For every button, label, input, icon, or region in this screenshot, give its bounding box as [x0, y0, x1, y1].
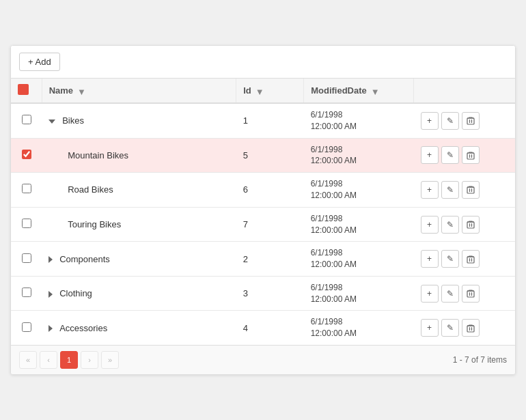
row-actions-cell: +✎: [414, 207, 516, 242]
row-add-button[interactable]: +: [421, 216, 439, 234]
add-button[interactable]: + Add: [19, 53, 60, 71]
header-modified-label: ModifiedDate: [311, 85, 367, 96]
table-body: Bikes16/1/199812:00:00 AM+✎Mountain Bike…: [11, 103, 515, 345]
row-id-cell: 7: [236, 207, 304, 242]
row-name-text: Mountain Bikes: [68, 150, 128, 160]
row-name-cell: Bikes: [42, 103, 236, 138]
page-controls: « ‹ 1 › »: [19, 351, 119, 369]
row-edit-button[interactable]: ✎: [441, 285, 459, 303]
row-edit-button[interactable]: ✎: [441, 250, 459, 268]
table-row: Touring Bikes76/1/199812:00:00 AM+✎: [11, 207, 515, 242]
row-name-cell: Components: [42, 242, 236, 277]
data-table: Name ▼ Id ▼ ModifiedDate ▼: [11, 79, 515, 345]
row-edit-button[interactable]: ✎: [441, 181, 459, 199]
row-modified-cell: 6/1/199812:00:00 AM: [304, 242, 414, 277]
action-buttons: +✎: [421, 285, 509, 303]
row-edit-button[interactable]: ✎: [441, 146, 459, 164]
table-row: Mountain Bikes56/1/199812:00:00 AM+✎: [11, 138, 515, 173]
svg-rect-1: [467, 153, 474, 159]
row-delete-button[interactable]: [462, 285, 480, 303]
row-checkbox-cell: [11, 207, 42, 242]
svg-rect-0: [467, 118, 474, 124]
row-edit-button[interactable]: ✎: [441, 112, 459, 130]
table-row: Accessories46/1/199812:00:00 AM+✎: [11, 311, 515, 345]
row-id-cell: 3: [236, 276, 304, 311]
row-add-button[interactable]: +: [421, 112, 439, 130]
row-add-button[interactable]: +: [421, 285, 439, 303]
action-buttons: +✎: [421, 250, 509, 268]
row-checkbox-cell: [11, 242, 42, 277]
row-add-button[interactable]: +: [421, 146, 439, 164]
row-actions-cell: +✎: [414, 311, 516, 345]
name-filter-icon[interactable]: ▼: [77, 87, 84, 94]
row-add-button[interactable]: +: [421, 319, 439, 337]
row-checkbox[interactable]: [22, 253, 31, 263]
next-page-button[interactable]: ›: [81, 351, 98, 369]
row-id-cell: 4: [236, 311, 304, 345]
row-checkbox[interactable]: [22, 322, 31, 332]
row-delete-button[interactable]: [462, 250, 480, 268]
header-name-label: Name: [49, 85, 73, 96]
select-all-checkbox[interactable]: [18, 84, 29, 95]
prev-page-button[interactable]: ‹: [40, 351, 57, 369]
expand-icon[interactable]: [49, 288, 55, 298]
row-delete-button[interactable]: [462, 319, 480, 337]
action-buttons: +✎: [421, 181, 509, 199]
svg-rect-6: [467, 326, 474, 332]
row-name-text: Touring Bikes: [68, 219, 121, 229]
modified-filter-icon[interactable]: ▼: [371, 87, 378, 94]
row-id-cell: 6: [236, 173, 304, 208]
row-checkbox-cell: [11, 311, 42, 345]
row-checkbox-cell: [11, 276, 42, 311]
page-1-button[interactable]: 1: [60, 351, 78, 369]
collapse-icon[interactable]: [49, 115, 58, 126]
table-row: Road Bikes66/1/199812:00:00 AM+✎: [11, 173, 515, 208]
row-modified-cell: 6/1/199812:00:00 AM: [304, 103, 414, 138]
header-actions: [414, 79, 516, 103]
svg-rect-4: [467, 257, 474, 263]
expand-icon[interactable]: [49, 254, 55, 264]
row-modified-cell: 6/1/199812:00:00 AM: [304, 138, 414, 173]
row-checkbox[interactable]: [22, 219, 31, 228]
row-delete-button[interactable]: [462, 112, 480, 130]
page-info-label: 1 - 7 of 7 items: [453, 355, 507, 365]
row-add-button[interactable]: +: [421, 250, 439, 268]
row-actions-cell: +✎: [414, 242, 516, 277]
row-name-text: Accessories: [59, 323, 107, 333]
header-id: Id ▼: [236, 79, 304, 103]
id-filter-icon[interactable]: ▼: [255, 87, 262, 94]
row-delete-button[interactable]: [462, 146, 480, 164]
table-row: Components26/1/199812:00:00 AM+✎: [11, 242, 515, 277]
header-id-label: Id: [243, 85, 251, 96]
header-name: Name ▼: [42, 79, 236, 103]
row-edit-button[interactable]: ✎: [441, 319, 459, 337]
row-add-button[interactable]: +: [421, 181, 439, 199]
row-checkbox[interactable]: [22, 288, 31, 297]
main-container: + Add Name ▼ Id ▼: [10, 45, 516, 375]
header-checkbox-cell: [11, 79, 42, 103]
row-delete-button[interactable]: [462, 181, 480, 199]
row-name-text: Components: [59, 254, 110, 264]
row-name-cell: Clothing: [42, 276, 236, 311]
svg-rect-5: [467, 291, 474, 297]
svg-rect-2: [467, 187, 474, 193]
expand-icon[interactable]: [49, 323, 55, 333]
row-name-text: Road Bikes: [68, 184, 113, 195]
row-checkbox[interactable]: [22, 184, 31, 193]
row-modified-cell: 6/1/199812:00:00 AM: [304, 311, 414, 345]
row-id-cell: 2: [236, 242, 304, 277]
row-checkbox[interactable]: [22, 150, 31, 159]
table-row: Bikes16/1/199812:00:00 AM+✎: [11, 103, 515, 138]
last-page-button[interactable]: »: [101, 351, 119, 369]
row-checkbox[interactable]: [22, 115, 31, 124]
row-name-cell: Touring Bikes: [42, 207, 236, 242]
first-page-button[interactable]: «: [19, 351, 37, 369]
row-modified-cell: 6/1/199812:00:00 AM: [304, 276, 414, 311]
row-delete-button[interactable]: [462, 216, 480, 234]
action-buttons: +✎: [421, 146, 509, 164]
row-id-cell: 1: [236, 103, 304, 138]
row-actions-cell: +✎: [414, 276, 516, 311]
header-modified: ModifiedDate ▼: [304, 79, 414, 103]
action-buttons: +✎: [421, 112, 509, 130]
row-edit-button[interactable]: ✎: [441, 216, 459, 234]
